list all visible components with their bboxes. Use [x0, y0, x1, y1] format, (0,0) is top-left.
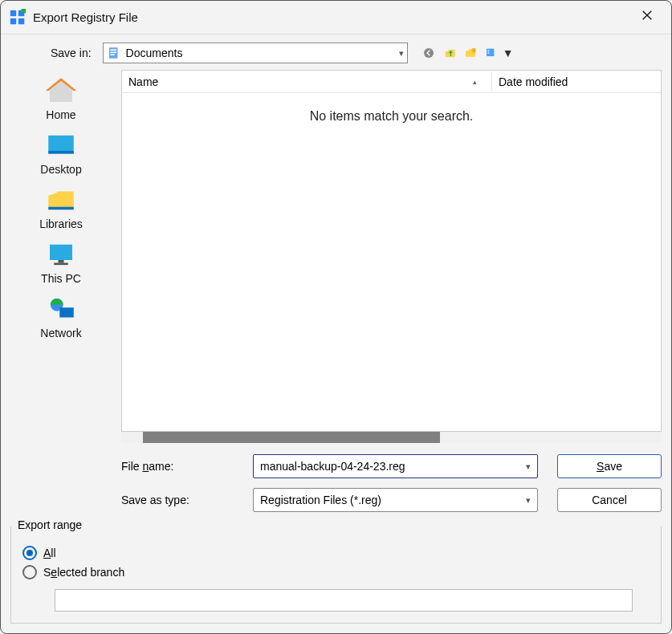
place-label: Libraries [39, 217, 83, 230]
save-in-combo[interactable]: Documents ▾ [103, 43, 408, 63]
svg-rect-3 [18, 18, 24, 23]
home-icon [44, 76, 78, 105]
view-menu-chevron-icon[interactable]: ▼ [504, 45, 512, 61]
chevron-down-icon: ▾ [526, 461, 531, 472]
window-title: Export Registry File [33, 10, 631, 24]
sort-indicator-icon: ▴ [473, 78, 477, 86]
radio-checked-icon [22, 546, 37, 560]
place-network[interactable]: Network [40, 295, 81, 339]
places-bar: Home Desktop Libraries This PC Network [1, 70, 121, 522]
filename-input[interactable]: manual-backup-04-24-23.reg ▾ [253, 454, 538, 478]
documents-icon [107, 46, 121, 60]
place-label: This PC [41, 272, 81, 285]
svg-rect-13 [487, 52, 489, 53]
radio-unchecked-icon [22, 565, 37, 579]
column-header-name[interactable]: Name ▴ [122, 72, 492, 91]
svg-rect-12 [487, 51, 489, 51]
place-label: Desktop [40, 163, 81, 176]
column-date-label: Date modified [499, 75, 568, 88]
place-label: Network [40, 327, 81, 339]
back-icon[interactable] [421, 45, 437, 61]
filename-label: File name: [121, 460, 234, 473]
place-thispc[interactable]: This PC [41, 240, 81, 285]
save-in-value: Documents [126, 47, 399, 59]
svg-rect-0 [10, 10, 16, 15]
svg-rect-15 [48, 151, 74, 154]
selected-branch-input[interactable] [55, 589, 633, 612]
close-button[interactable] [631, 9, 663, 26]
export-range-group: Export range All Selected branch [10, 526, 662, 624]
desktop-icon [44, 131, 78, 160]
chevron-down-icon: ▾ [526, 495, 531, 506]
thispc-icon [44, 240, 78, 269]
network-icon [44, 295, 78, 323]
svg-rect-2 [10, 18, 16, 23]
saveastype-value: Registration Files (*.reg) [260, 494, 526, 506]
cancel-button[interactable]: Cancel [557, 488, 662, 512]
svg-rect-8 [110, 55, 114, 56]
svg-rect-21 [59, 307, 74, 317]
svg-rect-19 [54, 263, 68, 266]
place-label: Home [46, 108, 75, 121]
svg-point-9 [424, 48, 434, 58]
column-name-label: Name [128, 75, 158, 88]
radio-all[interactable]: All [22, 546, 650, 560]
place-home[interactable]: Home [44, 76, 78, 121]
radio-selected-branch[interactable]: Selected branch [22, 565, 650, 579]
export-range-legend: Export range [14, 518, 85, 531]
up-icon[interactable] [442, 45, 458, 61]
svg-rect-16 [48, 207, 74, 210]
empty-message: No items match your search. [122, 93, 661, 431]
saveastype-label: Save as type: [121, 494, 234, 506]
new-folder-icon[interactable] [462, 45, 479, 61]
regedit-icon [9, 9, 26, 26]
file-list[interactable]: Name ▴ Date modified No items match your… [121, 70, 662, 432]
chevron-down-icon: ▾ [399, 48, 404, 59]
svg-rect-17 [50, 245, 72, 260]
svg-rect-18 [58, 260, 63, 263]
place-desktop[interactable]: Desktop [40, 131, 81, 176]
horizontal-scrollbar[interactable] [121, 432, 662, 443]
saveastype-combo[interactable]: Registration Files (*.reg) ▾ [253, 488, 538, 512]
filename-value: manual-backup-04-24-23.reg [260, 460, 526, 473]
save-button[interactable]: Save [557, 454, 662, 478]
save-in-label: Save in: [51, 47, 92, 59]
view-menu-icon[interactable] [483, 45, 499, 61]
svg-rect-7 [110, 52, 116, 54]
svg-rect-4 [22, 9, 26, 14]
svg-point-10 [471, 48, 475, 52]
svg-rect-6 [110, 50, 116, 51]
column-header-date[interactable]: Date modified [492, 72, 661, 91]
libraries-icon [44, 185, 78, 214]
place-libraries[interactable]: Libraries [39, 185, 83, 230]
